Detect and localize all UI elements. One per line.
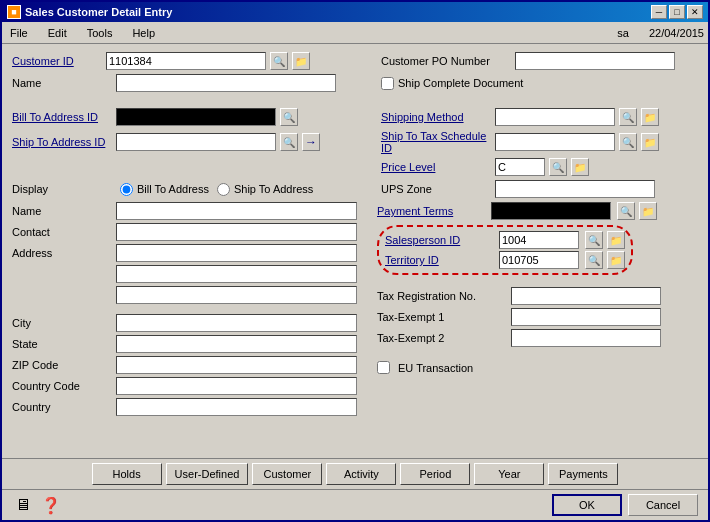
radio-ship-to-label: Ship To Address (234, 183, 313, 195)
radio-bill-to-label: Bill To Address (137, 183, 209, 195)
display-label: Display (12, 183, 112, 195)
shipping-method-search-btn[interactable]: 🔍 (619, 108, 637, 126)
ship-complete-checkbox[interactable] (381, 77, 394, 90)
payment-terms-search-btn[interactable]: 🔍 (617, 202, 635, 220)
maximize-button[interactable]: □ (669, 5, 685, 19)
menu-help[interactable]: Help (128, 26, 159, 40)
price-level-folder-btn[interactable]: 📁 (571, 158, 589, 176)
ship-to-arrow-btn[interactable]: → (302, 133, 320, 151)
contact-label: Contact (12, 226, 112, 238)
ship-to-search-btn[interactable]: 🔍 (280, 133, 298, 151)
address-line1-input[interactable] (116, 244, 357, 262)
user-defined-button[interactable]: User-Defined (166, 463, 249, 485)
zip-input[interactable] (116, 356, 357, 374)
name-field-label: Name (12, 205, 112, 217)
bottom-icon-1[interactable]: 🖥 (12, 494, 34, 516)
row-name: Name Ship Complete Document (12, 74, 698, 92)
customer-id-input[interactable] (106, 52, 266, 70)
titlebar-buttons: ─ □ ✕ (651, 5, 703, 19)
price-level-label[interactable]: Price Level (381, 161, 491, 173)
ship-to-address-id-label[interactable]: Ship To Address ID (12, 136, 112, 148)
address-label: Address (12, 247, 112, 259)
holds-button[interactable]: Holds (92, 463, 162, 485)
customer-id-folder-btn[interactable]: 📁 (292, 52, 310, 70)
ship-to-tax-schedule-label[interactable]: Ship To Tax Schedule ID (381, 130, 491, 154)
divider-1 (12, 96, 698, 104)
row-address-3 (12, 286, 357, 304)
salesperson-folder-btn[interactable]: 📁 (607, 231, 625, 249)
row-zip: ZIP Code (12, 356, 357, 374)
menu-edit[interactable]: Edit (44, 26, 71, 40)
menu-file[interactable]: File (6, 26, 32, 40)
price-level-input[interactable] (495, 158, 545, 176)
name-top-input[interactable] (116, 74, 336, 92)
titlebar-left: ■ Sales Customer Detail Entry (7, 5, 172, 19)
row-bill-to: Bill To Address ID 🔍 Shipping Method 🔍 📁 (12, 108, 698, 126)
row-state: State (12, 335, 357, 353)
zip-label: ZIP Code (12, 359, 112, 371)
name-field-input[interactable] (116, 202, 357, 220)
contact-input[interactable] (116, 223, 357, 241)
menubar: File Edit Tools Help sa 22/04/2015 (2, 22, 708, 44)
address-line2-input[interactable] (116, 265, 357, 283)
ship-to-address-id-input[interactable] (116, 133, 276, 151)
tax-exempt-1-input[interactable] (511, 308, 661, 326)
activity-button[interactable]: Activity (326, 463, 396, 485)
ship-to-tax-folder-btn[interactable]: 📁 (641, 133, 659, 151)
radio-ship-to-input[interactable] (217, 183, 230, 196)
payments-button[interactable]: Payments (548, 463, 618, 485)
eu-transaction-checkbox[interactable] (377, 361, 390, 374)
payment-terms-label[interactable]: Payment Terms (377, 205, 487, 217)
territory-folder-btn[interactable]: 📁 (607, 251, 625, 269)
salesperson-search-btn[interactable]: 🔍 (585, 231, 603, 249)
country-code-input[interactable] (116, 377, 357, 395)
customer-id-search-btn[interactable]: 🔍 (270, 52, 288, 70)
territory-search-btn[interactable]: 🔍 (585, 251, 603, 269)
shipping-method-label[interactable]: Shipping Method (381, 111, 491, 123)
cancel-button[interactable]: Cancel (628, 494, 698, 516)
close-button[interactable]: ✕ (687, 5, 703, 19)
salesperson-id-input[interactable] (499, 231, 579, 249)
radio-bill-to[interactable]: Bill To Address (120, 183, 209, 196)
ship-to-tax-search-btn[interactable]: 🔍 (619, 133, 637, 151)
row-tax-registration: Tax Registration No. (377, 287, 698, 305)
ship-to-tax-schedule-input[interactable] (495, 133, 615, 151)
row-name-field: Name (12, 202, 357, 220)
bill-to-search-btn[interactable]: 🔍 (280, 108, 298, 126)
salesperson-id-label[interactable]: Salesperson ID (385, 234, 495, 246)
customer-button[interactable]: Customer (252, 463, 322, 485)
payment-terms-folder-btn[interactable]: 📁 (639, 202, 657, 220)
period-button[interactable]: Period (400, 463, 470, 485)
bill-to-address-id-label[interactable]: Bill To Address ID (12, 111, 112, 123)
city-input[interactable] (116, 314, 357, 332)
form-content: Customer ID 🔍 📁 Customer PO Number Name … (2, 44, 708, 458)
ship-complete-label: Ship Complete Document (398, 77, 523, 89)
country-input[interactable] (116, 398, 357, 416)
bottom-icon-2[interactable]: ❓ (40, 494, 62, 516)
price-level-search-btn[interactable]: 🔍 (549, 158, 567, 176)
row-contact: Contact (12, 223, 357, 241)
shipping-method-folder-btn[interactable]: 📁 (641, 108, 659, 126)
territory-id-label[interactable]: Territory ID (385, 254, 495, 266)
state-input[interactable] (116, 335, 357, 353)
year-button[interactable]: Year (474, 463, 544, 485)
tax-exempt-2-input[interactable] (511, 329, 661, 347)
row-price-level: Price Level 🔍 📁 (12, 158, 698, 176)
tax-registration-input[interactable] (511, 287, 661, 305)
menubar-right: sa 22/04/2015 (617, 27, 704, 39)
shipping-method-input[interactable] (495, 108, 615, 126)
footer-buttons: Holds User-Defined Customer Activity Per… (2, 458, 708, 489)
territory-id-input[interactable] (499, 251, 579, 269)
tax-exempt-2-label: Tax-Exempt 2 (377, 332, 507, 344)
ok-button[interactable]: OK (552, 494, 622, 516)
radio-bill-to-input[interactable] (120, 183, 133, 196)
customer-po-number-input[interactable] (515, 52, 675, 70)
menu-tools[interactable]: Tools (83, 26, 117, 40)
address-line3-input[interactable] (116, 286, 357, 304)
minimize-button[interactable]: ─ (651, 5, 667, 19)
main-window: ■ Sales Customer Detail Entry ─ □ ✕ File… (0, 0, 710, 522)
row-country: Country (12, 398, 357, 416)
customer-id-label[interactable]: Customer ID (12, 55, 102, 67)
radio-ship-to[interactable]: Ship To Address (217, 183, 313, 196)
ups-zone-input[interactable] (495, 180, 655, 198)
